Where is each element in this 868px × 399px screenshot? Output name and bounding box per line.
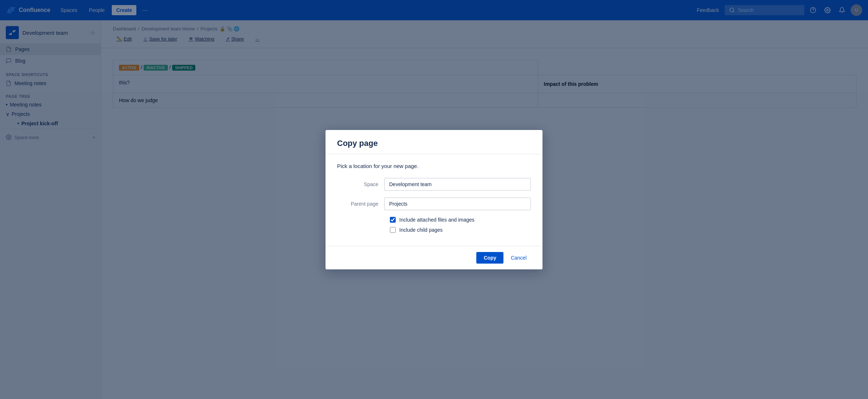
space-input[interactable] — [384, 178, 531, 191]
modal-footer: Copy Cancel — [326, 246, 542, 269]
parent-page-input[interactable] — [384, 197, 531, 210]
include-attached-row: Include attached files and images — [337, 217, 531, 223]
include-child-label[interactable]: Include child pages — [399, 227, 443, 233]
cancel-button[interactable]: Cancel — [506, 252, 531, 264]
include-attached-checkbox[interactable] — [390, 217, 396, 223]
copy-button[interactable]: Copy — [476, 252, 503, 264]
parent-page-label: Parent page — [337, 201, 384, 207]
include-child-checkbox[interactable] — [390, 227, 396, 233]
include-attached-label[interactable]: Include attached files and images — [399, 217, 475, 223]
modal-header: Copy page — [326, 130, 542, 154]
parent-page-field-row: Parent page — [337, 197, 531, 210]
modal-title: Copy page — [337, 139, 531, 148]
modal-body: Pick a location for your new page. Space… — [326, 154, 542, 246]
copy-page-modal: Copy page Pick a location for your new p… — [326, 130, 542, 269]
modal-subtitle: Pick a location for your new page. — [337, 163, 531, 169]
space-label: Space — [337, 181, 384, 187]
include-child-row: Include child pages — [337, 227, 531, 233]
modal-overlay[interactable]: Copy page Pick a location for your new p… — [0, 0, 868, 399]
space-field-row: Space — [337, 178, 531, 191]
